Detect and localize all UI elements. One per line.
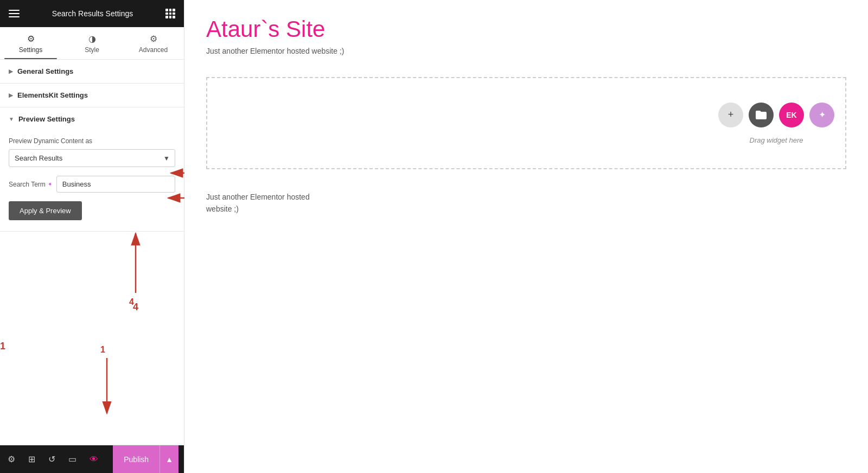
accordion-elementskit: ▶ ElementsKit Settings <box>0 84 184 107</box>
annotation-number-1: 1 <box>0 341 5 352</box>
tab-style[interactable]: ◑ Style <box>61 27 123 59</box>
publish-btn-wrapper: Publish ▲ <box>113 445 178 474</box>
sidebar: Search Results Settings ⚙ Settings ◑ Sty… <box>0 0 184 473</box>
preview-dropdown-wrapper: Search Results Posts Pages Products ▼ <box>9 149 175 167</box>
svg-text:4: 4 <box>129 297 134 306</box>
accordion-general: ▶ General Settings <box>0 60 184 84</box>
accordion-preview-header[interactable]: ▼ Preview Settings <box>0 107 184 131</box>
preview-settings-body: Preview Dynamic Content as Search Result… <box>0 131 184 231</box>
tab-advanced-label: Advanced <box>139 46 168 54</box>
footer-settings-icon[interactable]: ⚙ <box>5 452 17 466</box>
style-icon: ◑ <box>88 34 96 44</box>
tab-settings[interactable]: ⚙ Settings <box>0 27 61 59</box>
folder-icon <box>756 111 767 119</box>
plus-circle-button[interactable]: ✦ <box>809 103 834 127</box>
sidebar-header: Search Results Settings <box>0 0 184 27</box>
accordion-elementskit-header[interactable]: ▶ ElementsKit Settings <box>0 84 184 107</box>
drop-zone: + EK ✦ Drag widget here <box>206 77 846 169</box>
tab-settings-label: Settings <box>19 46 42 54</box>
publish-button[interactable]: Publish <box>113 445 159 474</box>
sidebar-tabs: ⚙ Settings ◑ Style ⚙ Advanced <box>0 27 184 60</box>
action-buttons: + EK ✦ <box>718 103 834 127</box>
tab-advanced[interactable]: ⚙ Advanced <box>123 27 184 59</box>
main-content: Ataur`s Site Just another Elementor host… <box>184 0 868 473</box>
footer-site-text: Just another Elementor hosted website ;) <box>206 191 846 215</box>
footer-history-icon[interactable]: ↺ <box>46 452 58 466</box>
chevron-right-icon: ▶ <box>9 68 13 74</box>
site-title: Ataur`s Site <box>206 16 846 42</box>
annotation-number-4: 4 <box>133 302 138 313</box>
accordion-preview: ▼ Preview Settings Preview Dynamic Conte… <box>0 107 184 232</box>
accordion-elementskit-label: ElementsKit Settings <box>17 91 88 99</box>
site-subtitle: Just another Elementor hosted website ;) <box>206 47 846 55</box>
chevron-right-icon-2: ▶ <box>9 92 13 98</box>
publish-chevron-button[interactable]: ▲ <box>159 445 178 474</box>
accordion-general-label: General Settings <box>17 67 73 75</box>
search-term-row: Search Term ✦ <box>9 176 175 193</box>
accordion-preview-label: Preview Settings <box>18 115 75 123</box>
search-term-input[interactable] <box>56 176 175 193</box>
apply-preview-button[interactable]: Apply & Preview <box>9 201 82 220</box>
settings-icon: ⚙ <box>27 34 35 44</box>
add-widget-button[interactable]: + <box>718 103 743 127</box>
ek-button[interactable]: EK <box>779 103 804 127</box>
drop-zone-actions: + EK ✦ Drag widget here <box>718 103 834 144</box>
preview-dropdown[interactable]: Search Results Posts Pages Products <box>9 149 175 167</box>
footer-responsive-icon[interactable]: ▭ <box>66 452 79 466</box>
footer-preview-icon[interactable]: 👁 <box>87 452 100 466</box>
grid-icon[interactable] <box>165 9 175 18</box>
folder-button[interactable] <box>749 103 774 127</box>
accordion-general-header[interactable]: ▶ General Settings <box>0 60 184 83</box>
dynamic-tag-icon[interactable]: ✦ <box>48 181 52 187</box>
search-term-label: Search Term ✦ <box>9 181 52 188</box>
drag-widget-text: Drag widget here <box>750 136 803 144</box>
sidebar-footer: ⚙ ⊞ ↺ ▭ 👁 Publish ▲ <box>0 445 184 473</box>
svg-text:1: 1 <box>100 345 105 354</box>
preview-field-label: Preview Dynamic Content as <box>9 137 175 145</box>
chevron-down-icon: ▼ <box>9 116 14 122</box>
sidebar-title: Search Results Settings <box>52 9 133 18</box>
footer-layers-icon[interactable]: ⊞ <box>26 452 37 466</box>
tab-style-label: Style <box>85 46 99 54</box>
advanced-icon: ⚙ <box>150 34 157 44</box>
hamburger-icon[interactable] <box>9 10 20 17</box>
